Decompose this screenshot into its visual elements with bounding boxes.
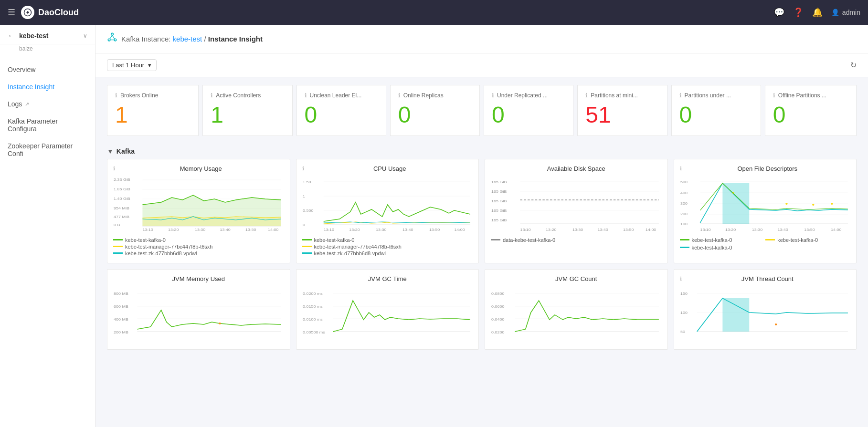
- metric-partitions-mini: ℹ Partitions at mini... 51: [577, 85, 667, 136]
- charts-row-1: ℹ Memory Usage 2.33 GiB 1.86 GiB 1.40 Gi…: [95, 159, 868, 269]
- metric-info-icon[interactable]: ℹ: [679, 92, 682, 99]
- legend-color: [491, 239, 500, 240]
- svg-text:13:20: 13:20: [725, 227, 736, 231]
- legend-color: [302, 246, 312, 247]
- legend-color: [113, 252, 123, 254]
- chart-file-descriptors: ℹ Open File Descriptors 500 400 300 200 …: [674, 159, 857, 263]
- chart-jvm-gc-time: JVM GC Time 0.0200 ms 0.0150 ms 0.0100 m…: [296, 269, 479, 350]
- svg-line-5: [112, 35, 115, 39]
- svg-text:0.0150 ms: 0.0150 ms: [303, 304, 323, 308]
- legend-color: [302, 252, 312, 254]
- sidebar-item-label: Overview: [8, 66, 35, 73]
- svg-text:14:00: 14:00: [646, 227, 656, 231]
- chart-area-jvm-threads: 150 100 50: [680, 286, 851, 344]
- svg-text:1.86 GiB: 1.86 GiB: [114, 187, 130, 191]
- svg-text:200 MB: 200 MB: [114, 330, 128, 334]
- metric-value: 51: [585, 103, 659, 128]
- legend-label: data-kebe-test-kafka-0: [503, 237, 555, 243]
- svg-text:1.40 GiB: 1.40 GiB: [114, 196, 130, 200]
- svg-line-4: [110, 35, 112, 39]
- chart-jvm-thread-count: ℹ JVM Thread Count 150 100 50: [674, 269, 857, 350]
- metric-info-icon[interactable]: ℹ: [305, 92, 307, 99]
- svg-text:0.0400: 0.0400: [491, 317, 505, 321]
- sidebar-instance-header: ← kebe-test ∨: [0, 25, 95, 44]
- metric-info-icon[interactable]: ℹ: [115, 92, 117, 99]
- svg-text:200: 200: [680, 211, 688, 216]
- metric-info-icon[interactable]: ℹ: [211, 92, 213, 99]
- hamburger-menu[interactable]: ☰: [8, 7, 15, 18]
- kafka-section-label: Kafka: [116, 147, 135, 155]
- help-icon[interactable]: ❓: [793, 7, 804, 18]
- svg-text:400: 400: [680, 190, 688, 195]
- svg-text:0.00500 ms: 0.00500 ms: [303, 330, 325, 334]
- metric-offline-partitions: ℹ Offline Partitions ... 0: [765, 85, 857, 136]
- metric-value: 1: [115, 103, 191, 128]
- sidebar-sub-label: baize: [0, 44, 95, 57]
- metric-info-icon[interactable]: ℹ: [773, 92, 775, 99]
- brand-icon: [21, 6, 34, 19]
- metric-title: Brokers Online: [120, 92, 158, 99]
- toolbar: Last 1 Hour ▾ ↻: [95, 53, 868, 77]
- chart-legend-fd: kebe-test-kafka-0 kebe-test-kafka-0 kebe…: [680, 237, 851, 251]
- svg-point-2: [108, 39, 110, 41]
- sidebar-item-instance-insight[interactable]: Instance Insight: [0, 78, 95, 95]
- chart-title: Available Disk Space: [491, 165, 662, 172]
- chart-title: JVM GC Time: [302, 275, 473, 282]
- user-avatar[interactable]: 👤 admin: [831, 9, 860, 16]
- external-link-icon: ↗: [25, 101, 29, 107]
- svg-text:0.0200: 0.0200: [491, 330, 505, 334]
- svg-text:477 MiB: 477 MiB: [114, 214, 129, 219]
- refresh-button[interactable]: ↻: [850, 61, 857, 70]
- breadcrumb-current: Instance Insight: [208, 35, 263, 43]
- content-header: Kafka Instance: kebe-test / Instance Ins…: [95, 25, 868, 53]
- sidebar-item-logs[interactable]: Logs ↗: [0, 95, 95, 113]
- chart-legend-memory: kebe-test-kafka-0 kebe-test-manager-77bc…: [113, 237, 284, 256]
- notification-icon[interactable]: 🔔: [812, 7, 823, 18]
- svg-text:50: 50: [680, 329, 685, 333]
- sidebar: ← kebe-test ∨ baize Overview Instance In…: [0, 25, 95, 427]
- breadcrumb-instance[interactable]: kebe-test: [173, 35, 202, 43]
- back-arrow-icon[interactable]: ←: [8, 31, 15, 40]
- svg-point-110: [774, 323, 776, 325]
- breadcrumb-separator: /: [204, 35, 208, 43]
- sidebar-item-overview[interactable]: Overview: [0, 61, 95, 78]
- main-content: Kafka Instance: kebe-test / Instance Ins…: [95, 25, 868, 427]
- svg-point-70: [812, 204, 814, 206]
- metrics-row: ℹ Brokers Online 1 ℹ Active Controllers …: [95, 77, 868, 144]
- chat-icon[interactable]: 💬: [774, 7, 784, 18]
- svg-text:13:20: 13:20: [349, 227, 360, 231]
- legend-label: kebe-test-manager-77bc447f8b-t6sxh: [314, 244, 402, 250]
- chart-memory-usage: ℹ Memory Usage 2.33 GiB 1.86 GiB 1.40 Gi…: [107, 159, 290, 263]
- section-toggle[interactable]: ▼: [107, 147, 114, 155]
- svg-text:500: 500: [680, 179, 688, 184]
- sidebar-item-kafka-param[interactable]: Kafka Parameter Configura: [0, 113, 95, 137]
- svg-marker-20: [142, 217, 281, 226]
- chart-info-icon[interactable]: ℹ: [302, 166, 304, 172]
- metric-brokers-online: ℹ Brokers Online 1: [107, 85, 199, 136]
- chart-info-icon[interactable]: ℹ: [680, 276, 682, 282]
- svg-text:13:20: 13:20: [546, 227, 557, 231]
- chevron-down-icon[interactable]: ∨: [83, 32, 87, 39]
- svg-text:13:40: 13:40: [402, 227, 413, 231]
- svg-point-3: [114, 39, 116, 41]
- metric-partitions-under: ℹ Partitions under ... 0: [671, 85, 761, 136]
- time-range-select[interactable]: Last 1 Hour ▾: [107, 59, 157, 71]
- svg-text:13:50: 13:50: [429, 227, 440, 231]
- metric-unclean-leader: ℹ Unclean Leader El... 0: [296, 85, 386, 136]
- chart-area-disk: 165 GiB 165 GiB 165 GiB 165 GiB 165 GiB …: [491, 176, 662, 233]
- svg-text:165 GiB: 165 GiB: [491, 218, 507, 222]
- chart-title: Memory Usage: [118, 165, 284, 172]
- svg-text:13:50: 13:50: [245, 227, 256, 231]
- metric-info-icon[interactable]: ℹ: [585, 92, 588, 99]
- metric-info-icon[interactable]: ℹ: [492, 92, 494, 99]
- metric-value: 0: [492, 103, 565, 128]
- metric-value: 0: [398, 103, 472, 128]
- legend-color: [680, 239, 689, 240]
- chart-info-icon[interactable]: ℹ: [113, 166, 115, 172]
- metric-info-icon[interactable]: ℹ: [398, 92, 401, 99]
- svg-text:13:50: 13:50: [623, 227, 634, 231]
- legend-label: kebe-test-kafka-0: [692, 245, 732, 250]
- chart-info-icon[interactable]: ℹ: [680, 166, 682, 172]
- sidebar-item-zookeeper-param[interactable]: Zookeeper Parameter Confi: [0, 137, 95, 162]
- chart-area-fd: 500 400 300 200 100: [680, 176, 851, 233]
